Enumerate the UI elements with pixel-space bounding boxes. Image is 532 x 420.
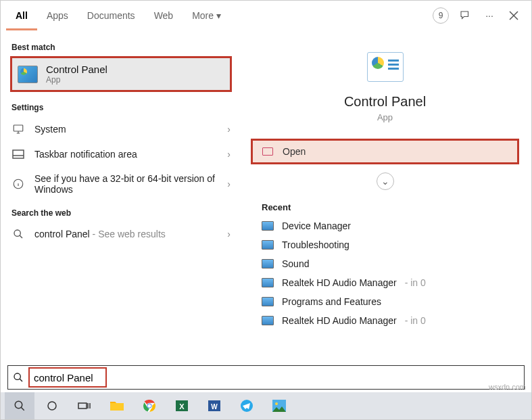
best-match-subtitle: App — [46, 75, 107, 85]
svg-text:W: W — [211, 403, 218, 411]
results-pane: Best match Control Panel App Settings Sy… — [1, 30, 241, 360]
svg-point-10 — [147, 404, 151, 407]
preview-subtitle: App — [377, 112, 393, 122]
app-icon — [262, 259, 274, 269]
taskbar-cortana[interactable] — [37, 392, 67, 419]
settings-system-label: System — [34, 124, 218, 135]
svg-text:X: X — [179, 402, 185, 411]
settings-bits-label: See if you have a 32-bit or 64-bit versi… — [34, 173, 218, 195]
app-icon — [262, 278, 274, 287]
monitor-icon — [11, 123, 25, 135]
preview-hero: Control Panel App — [247, 40, 523, 139]
taskbar-icon — [11, 149, 25, 159]
expand-button[interactable]: ⌄ — [247, 172, 523, 190]
settings-taskbar-label: Taskbar notification area — [34, 149, 218, 160]
preview-pane: Control Panel App Open ⌄ Recent Device M… — [241, 30, 531, 360]
taskbar-excel[interactable]: X — [167, 392, 197, 419]
taskbar-explorer[interactable] — [102, 392, 132, 419]
taskbar-telegram[interactable] — [232, 392, 262, 419]
app-icon — [262, 240, 274, 250]
watermark: wsxdn.com — [489, 383, 526, 391]
chevron-right-icon: › — [227, 149, 231, 160]
control-panel-icon — [367, 52, 404, 82]
open-icon — [262, 147, 273, 156]
recent-item[interactable]: Troubleshooting — [247, 235, 523, 254]
search-input[interactable] — [34, 372, 101, 383]
tab-all[interactable]: All — [6, 1, 37, 30]
tab-apps[interactable]: Apps — [37, 1, 78, 30]
best-match-control-panel[interactable]: Control Panel App — [10, 56, 232, 92]
recent-label: Recent — [247, 198, 523, 216]
preview-title: Control Panel — [344, 94, 426, 110]
section-best-match: Best match — [1, 36, 241, 56]
taskbar-taskview[interactable] — [70, 392, 99, 419]
svg-point-3 — [14, 230, 20, 236]
app-icon — [262, 297, 274, 306]
tab-more-label: More — [192, 10, 214, 21]
chevron-down-icon: ⌄ — [377, 172, 394, 190]
taskbar-search[interactable] — [5, 392, 34, 419]
chevron-down-icon: ▾ — [216, 10, 221, 21]
settings-bits[interactable]: See if you have a 32-bit or 64-bit versi… — [1, 166, 241, 202]
svg-rect-1 — [13, 150, 24, 158]
web-result[interactable]: control Panel - See web results › — [1, 222, 241, 246]
control-panel-icon — [18, 66, 38, 83]
section-web: Search the web — [1, 202, 241, 222]
close-icon[interactable] — [502, 3, 526, 28]
recent-item[interactable]: Sound — [247, 254, 523, 273]
taskbar-chrome[interactable] — [135, 392, 164, 419]
section-settings: Settings — [1, 96, 241, 116]
svg-point-17 — [275, 402, 278, 405]
taskbar-photos[interactable] — [264, 392, 294, 419]
feedback-icon[interactable] — [453, 3, 477, 28]
taskbar: X W — [1, 392, 531, 419]
tab-documents[interactable]: Documents — [78, 1, 145, 30]
tab-web[interactable]: Web — [145, 1, 183, 30]
svg-rect-0 — [14, 125, 23, 131]
search-tabs: All Apps Documents Web More ▾ 9 ··· — [1, 1, 531, 30]
search-icon — [8, 372, 28, 383]
svg-point-5 — [15, 401, 22, 409]
open-button[interactable]: Open — [251, 139, 519, 164]
tab-more[interactable]: More ▾ — [183, 1, 231, 30]
search-bar[interactable] — [7, 365, 525, 390]
settings-taskbar[interactable]: Taskbar notification area › — [1, 142, 241, 166]
app-icon — [262, 221, 274, 231]
web-result-label: control Panel - See web results — [34, 229, 218, 239]
app-icon — [262, 316, 274, 325]
svg-point-6 — [48, 402, 56, 410]
svg-point-4 — [14, 373, 20, 379]
best-match-title: Control Panel — [46, 64, 107, 75]
recent-item[interactable]: Realtek HD Audio Manager - in 0 — [247, 273, 523, 292]
more-options-icon[interactable]: ··· — [477, 3, 502, 28]
recent-item[interactable]: Realtek HD Audio Manager - in 0 — [247, 311, 523, 330]
open-label: Open — [283, 146, 306, 157]
taskbar-word[interactable]: W — [199, 392, 229, 419]
settings-system[interactable]: System › — [1, 116, 241, 142]
info-icon — [11, 178, 25, 190]
badge-count: 9 — [433, 7, 449, 24]
svg-rect-7 — [78, 403, 87, 409]
notification-badge[interactable]: 9 — [429, 3, 453, 28]
search-icon — [11, 229, 25, 239]
recent-item[interactable]: Programs and Features — [247, 292, 523, 311]
chevron-right-icon: › — [227, 124, 231, 135]
chevron-right-icon: › — [227, 179, 231, 189]
recent-item[interactable]: Device Manager — [247, 216, 523, 235]
chevron-right-icon: › — [227, 229, 231, 239]
